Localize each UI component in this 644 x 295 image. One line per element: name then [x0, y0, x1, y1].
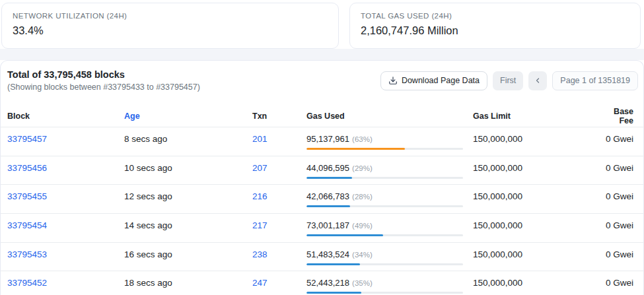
- gas-used-percent: (34%): [352, 251, 373, 259]
- table-row: 33795454 14 secs ago 217 73,001,187 (49%…: [1, 214, 643, 243]
- base-fee-cell: 0 Gwei: [602, 249, 633, 259]
- gas-used-value: 73,001,187: [306, 220, 349, 230]
- blocks-total-title: Total of 33,795,458 blocks: [7, 69, 200, 80]
- gas-limit-cell: 150,000,000: [473, 191, 602, 201]
- txn-count-link[interactable]: 238: [252, 249, 306, 259]
- age-cell: 12 secs ago: [124, 191, 252, 201]
- gas-used-percent: (29%): [352, 164, 373, 172]
- total-gas-used-card: TOTAL GAS USED (24H) 2,160,747.96 Millio…: [349, 3, 641, 49]
- total-gas-used-value: 2,160,747.96 Million: [361, 24, 629, 37]
- base-fee-cell: 0 Gwei: [602, 220, 633, 230]
- gas-used-value: 52,443,218: [306, 278, 349, 288]
- list-header-text: Total of 33,795,458 blocks (Showing bloc…: [7, 69, 200, 92]
- block-link[interactable]: 33795453: [7, 249, 124, 259]
- chevron-left-icon: [534, 77, 542, 84]
- gas-used-bar-fill: [306, 234, 383, 236]
- total-gas-used-label: TOTAL GAS USED (24H): [361, 12, 629, 20]
- col-header-gas-limit: Gas Limit: [473, 112, 602, 121]
- table-row: 33795455 12 secs ago 216 42,066,783 (28%…: [1, 185, 643, 214]
- gas-used-percent: (63%): [352, 135, 373, 143]
- col-header-block: Block: [7, 112, 124, 121]
- page-indicator: Page 1 of 1351819: [552, 71, 638, 90]
- section-divider-band: [0, 49, 644, 60]
- base-fee-cell: 0 Gwei: [602, 278, 633, 288]
- pagination-controls: Download Page Data First Page 1 of 13518…: [380, 71, 638, 90]
- network-utilization-value: 33.4%: [13, 24, 328, 37]
- age-cell: 16 secs ago: [124, 249, 252, 259]
- gas-used-bar-track: [306, 148, 463, 150]
- table-row: 33795457 8 secs ago 201 95,137,961 (63%)…: [1, 127, 643, 156]
- gas-used-cell: 44,096,595 (29%): [306, 163, 473, 179]
- table-row: 33795453 16 secs ago 238 51,483,524 (34%…: [1, 243, 643, 272]
- first-page-button[interactable]: First: [493, 71, 523, 90]
- col-header-gas-used: Gas Used: [306, 112, 473, 121]
- gas-used-value: 51,483,524: [306, 249, 349, 259]
- gas-used-bar-fill: [306, 177, 352, 179]
- gas-used-value: 44,096,595: [306, 163, 349, 173]
- table-row: 33795452 18 secs ago 247 52,443,218 (35%…: [1, 271, 643, 295]
- gas-used-value: 42,066,783: [306, 191, 349, 201]
- base-fee-cell: 0 Gwei: [602, 163, 633, 173]
- gas-used-cell: 95,137,961 (63%): [306, 134, 473, 150]
- gas-limit-cell: 150,000,000: [473, 278, 602, 288]
- blocks-showing-subtitle: (Showing blocks between #33795433 to #33…: [7, 82, 200, 92]
- gas-used-cell: 73,001,187 (49%): [306, 220, 473, 236]
- gas-limit-cell: 150,000,000: [473, 220, 602, 230]
- download-button-label: Download Page Data: [402, 76, 480, 85]
- txn-count-link[interactable]: 216: [252, 191, 306, 201]
- previous-page-button[interactable]: [528, 71, 547, 90]
- col-header-age[interactable]: Age: [124, 112, 252, 121]
- txn-count-link[interactable]: 201: [252, 134, 306, 144]
- gas-used-percent: (35%): [352, 279, 373, 287]
- age-cell: 8 secs ago: [124, 134, 252, 144]
- gas-used-percent: (49%): [352, 222, 373, 230]
- age-cell: 10 secs ago: [124, 163, 252, 173]
- list-header: Total of 33,795,458 blocks (Showing bloc…: [1, 61, 643, 92]
- block-link[interactable]: 33795456: [7, 163, 124, 173]
- txn-count-link[interactable]: 217: [252, 220, 306, 230]
- gas-used-bar-track: [306, 205, 463, 207]
- gas-used-bar-track: [306, 263, 463, 265]
- first-button-label: First: [500, 76, 516, 85]
- gas-used-bar-fill: [306, 148, 405, 150]
- gas-used-bar-track: [306, 177, 463, 179]
- table-header-row: Block Age Txn Gas Used Gas Limit Base Fe…: [1, 106, 643, 127]
- table-row: 33795456 10 secs ago 207 44,096,595 (29%…: [1, 156, 643, 185]
- gas-used-bar-track: [306, 292, 463, 294]
- network-utilization-card: NETWORK UTILIZATION (24H) 33.4%: [1, 3, 339, 49]
- gas-limit-cell: 150,000,000: [473, 134, 602, 144]
- block-link[interactable]: 33795452: [7, 278, 124, 288]
- stats-row: NETWORK UTILIZATION (24H) 33.4% TOTAL GA…: [1, 3, 644, 49]
- gas-used-bar-track: [306, 234, 463, 236]
- gas-used-bar-fill: [306, 205, 350, 207]
- download-icon: [388, 76, 398, 85]
- gas-used-bar-fill: [306, 292, 361, 294]
- col-header-base-fee: Base Fee: [602, 107, 633, 125]
- gas-used-value: 95,137,961: [306, 134, 349, 144]
- gas-used-cell: 52,443,218 (35%): [306, 278, 473, 294]
- network-utilization-label: NETWORK UTILIZATION (24H): [13, 12, 328, 20]
- base-fee-cell: 0 Gwei: [602, 191, 633, 201]
- base-fee-cell: 0 Gwei: [602, 134, 633, 144]
- blocks-list-card: Total of 33,795,458 blocks (Showing bloc…: [0, 60, 644, 295]
- age-cell: 18 secs ago: [124, 278, 252, 288]
- block-link[interactable]: 33795457: [7, 134, 124, 144]
- col-header-txn: Txn: [252, 112, 306, 121]
- age-cell: 14 secs ago: [124, 220, 252, 230]
- gas-limit-cell: 150,000,000: [473, 163, 602, 173]
- txn-count-link[interactable]: 247: [252, 278, 306, 288]
- gas-used-percent: (28%): [352, 193, 373, 201]
- blocks-table: Block Age Txn Gas Used Gas Limit Base Fe…: [1, 106, 643, 295]
- txn-count-link[interactable]: 207: [252, 163, 306, 173]
- block-link[interactable]: 33795454: [7, 220, 124, 230]
- gas-limit-cell: 150,000,000: [473, 249, 602, 259]
- gas-used-cell: 51,483,524 (34%): [306, 249, 473, 265]
- gas-used-bar-fill: [306, 263, 360, 265]
- block-link[interactable]: 33795455: [7, 191, 124, 201]
- download-page-data-button[interactable]: Download Page Data: [380, 71, 487, 90]
- gas-used-cell: 42,066,783 (28%): [306, 191, 473, 207]
